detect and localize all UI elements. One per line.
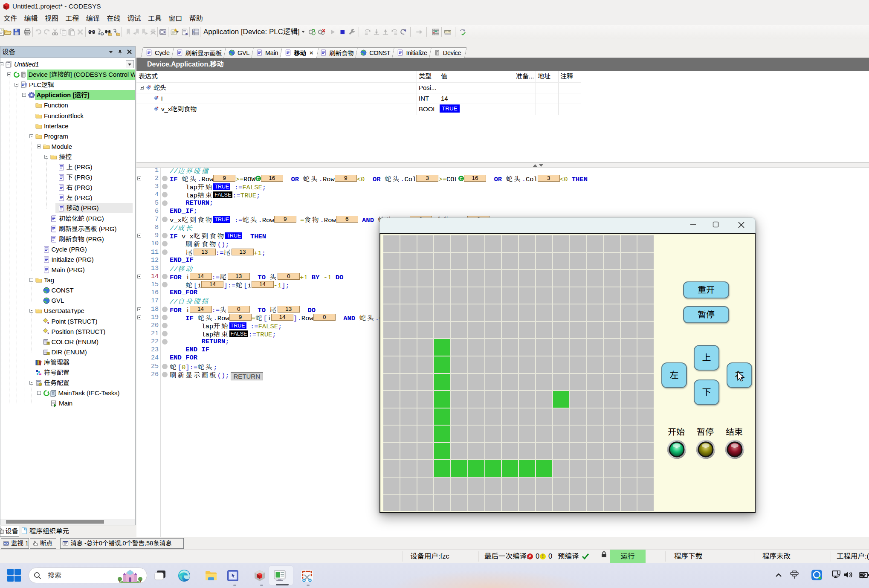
taskbar-edge-icon[interactable] xyxy=(177,569,191,582)
visu-title-bar[interactable] xyxy=(379,217,756,233)
ruler-icon[interactable] xyxy=(444,28,452,36)
tree-item-program[interactable]: Program xyxy=(0,131,135,142)
pause-button[interactable]: 暂停 xyxy=(683,306,729,323)
taskbar-folder-icon[interactable] xyxy=(204,569,218,582)
tree-item-module[interactable]: Module xyxy=(0,142,135,152)
tree-item-userdatatype[interactable]: UserDataType xyxy=(0,306,135,316)
menu-2[interactable]: 视图 xyxy=(41,13,62,25)
bottom-tab-0[interactable]: 监视 1 xyxy=(1,538,29,549)
tree-expander[interactable] xyxy=(29,381,33,385)
tree-expander[interactable] xyxy=(7,72,11,76)
tree-item-maintask-iec-tasks-[interactable]: MainTask (IEC-Tasks) xyxy=(0,388,135,398)
step-out-icon[interactable] xyxy=(382,28,389,36)
tree-item-gvl[interactable]: GVL xyxy=(0,295,135,306)
tray-chevron-icon[interactable] xyxy=(775,572,782,578)
down-button[interactable]: 下 xyxy=(694,379,719,405)
left-button[interactable]: 左 xyxy=(661,362,687,388)
cut-icon[interactable] xyxy=(51,28,59,36)
reset-icon[interactable] xyxy=(400,28,407,36)
step-into-icon[interactable] xyxy=(373,28,380,36)
tree-item-position-struct-[interactable]: Position (STRUCT) xyxy=(0,327,135,337)
device-panel-tab-0[interactable]: 设备 xyxy=(0,526,19,537)
tree-item-tag[interactable]: Tag xyxy=(0,275,135,285)
play-icon[interactable] xyxy=(329,28,336,36)
tree-item-color-enum-[interactable]: COLOR (ENUM) xyxy=(0,337,135,347)
watch-row-1[interactable]: iINT14 xyxy=(136,93,581,104)
up-button[interactable]: 上 xyxy=(694,345,719,371)
device-tree-hscrollbar[interactable] xyxy=(0,519,135,525)
editor-tab-刷新显示画板[interactable]: 刷新显示画板 xyxy=(171,47,225,58)
tree-item-操控[interactable]: 操控 xyxy=(0,152,135,162)
tree-item-刷新显示画板-prg-[interactable]: 刷新显示画板 (PRG) xyxy=(0,224,135,234)
open-icon[interactable] xyxy=(4,28,12,36)
tree-item-function[interactable]: Function xyxy=(0,100,135,110)
search-highlight-image[interactable] xyxy=(117,569,143,583)
bookmark-next-icon[interactable] xyxy=(141,28,148,36)
delete-icon[interactable] xyxy=(76,28,84,36)
panel-dropdown-icon[interactable] xyxy=(109,49,113,55)
menu-0[interactable]: 文件 xyxy=(0,13,20,25)
menu-4[interactable]: 编译 xyxy=(83,13,103,25)
breakpoint-icon[interactable] xyxy=(348,28,356,36)
active-application-combo[interactable]: Application [Device: PLC逻辑] xyxy=(203,26,302,38)
editor-tab-gvl[interactable]: GVL xyxy=(223,47,253,58)
goto-icon[interactable] xyxy=(415,28,423,36)
editor-tab-移动[interactable]: 移动× xyxy=(280,47,317,58)
code-line-4[interactable]: 4 lap结束FALSE:=TRUE; xyxy=(136,191,869,199)
start-button[interactable] xyxy=(7,569,21,582)
device-panel-tab-1[interactable]: 程序组织单元 xyxy=(20,526,68,537)
redo-icon[interactable] xyxy=(43,28,51,36)
tray-gateway-icon[interactable] xyxy=(790,571,799,579)
print-icon[interactable] xyxy=(23,28,31,36)
find-project-icon[interactable] xyxy=(104,28,112,36)
find-next-icon[interactable] xyxy=(96,28,104,36)
flow-control-icon[interactable] xyxy=(432,28,440,36)
menu-3[interactable]: 工程 xyxy=(62,13,82,25)
tree-item-任务配置[interactable]: 任务配置 xyxy=(0,378,135,388)
export-icon[interactable] xyxy=(159,28,167,36)
menu-6[interactable]: 调试 xyxy=(124,13,144,25)
editor-tab-main[interactable]: Main xyxy=(251,47,281,58)
tree-item-untitled1[interactable]: Untitled1 xyxy=(0,59,135,70)
step-back-icon[interactable] xyxy=(391,28,398,36)
bookmark-icon[interactable] xyxy=(125,28,132,36)
panel-pin-icon[interactable] xyxy=(118,49,122,55)
panel-close-icon[interactable] xyxy=(127,49,132,54)
code-line-5[interactable]: 5 RETURN; xyxy=(136,199,869,207)
menu-8[interactable]: 窗口 xyxy=(165,13,185,25)
tree-item-main-prg-[interactable]: Main (PRG) xyxy=(0,265,135,275)
hscrollbar-thumb[interactable] xyxy=(6,520,104,524)
visu-minimize-button[interactable] xyxy=(690,221,696,228)
code-line-1[interactable]: 1//边界碰撞 xyxy=(136,166,869,174)
tree-item-plc逻辑[interactable]: PLC逻辑 xyxy=(0,80,135,90)
bookmark-prev-icon[interactable] xyxy=(133,28,140,36)
tree-item-initialize-prg-[interactable]: Initialize (PRG) xyxy=(0,255,135,265)
undo-icon[interactable] xyxy=(35,28,42,36)
combo-dropdown-icon[interactable] xyxy=(301,31,305,35)
watch-row-2[interactable]: v_x吃到食物BOOLTRUE xyxy=(136,104,581,114)
find-icon[interactable] xyxy=(88,28,96,36)
tab-close-icon[interactable]: × xyxy=(309,49,314,56)
editor-tab-cycle[interactable]: Cycle xyxy=(141,47,173,58)
editor-tab-device[interactable]: Device xyxy=(429,47,465,58)
tree-item-符号配置[interactable]: 符号配置 xyxy=(0,368,135,378)
bookmark-clear-icon[interactable] xyxy=(149,28,157,36)
tree-item-移动-prg-[interactable]: 移动 (PRG) xyxy=(0,203,135,213)
library-icon[interactable] xyxy=(192,28,200,36)
tree-item-左-prg-[interactable]: 左 (PRG) xyxy=(0,193,135,203)
taskbar-snip-icon[interactable] xyxy=(300,569,314,582)
editor-tab-initialize[interactable]: Initialize xyxy=(392,47,430,58)
tree-expander[interactable] xyxy=(29,134,33,138)
taskbar-redcube-icon[interactable] xyxy=(253,569,266,582)
tree-item-main[interactable]: Main xyxy=(0,398,135,408)
step-over-icon[interactable] xyxy=(364,28,371,36)
code-line-3[interactable]: 3 lap开始TRUE :=FALSE; xyxy=(136,182,869,191)
bottom-tab-1[interactable]: 断点 xyxy=(30,538,56,549)
stop-icon[interactable] xyxy=(339,28,346,36)
visu-close-button[interactable] xyxy=(738,221,745,229)
visu-maximize-button[interactable] xyxy=(713,221,719,228)
tree-item-上-prg-[interactable]: 上 (PRG) xyxy=(0,162,135,172)
tree-item-point-struct-[interactable]: Point (STRUCT) xyxy=(0,316,135,327)
editor-tab-const[interactable]: CONST xyxy=(355,47,394,58)
code-line-2[interactable]: 2IF 蛇头.Row9>=ROWC16 OR 蛇头.Row9<0 OR 蛇头.C… xyxy=(136,174,869,182)
